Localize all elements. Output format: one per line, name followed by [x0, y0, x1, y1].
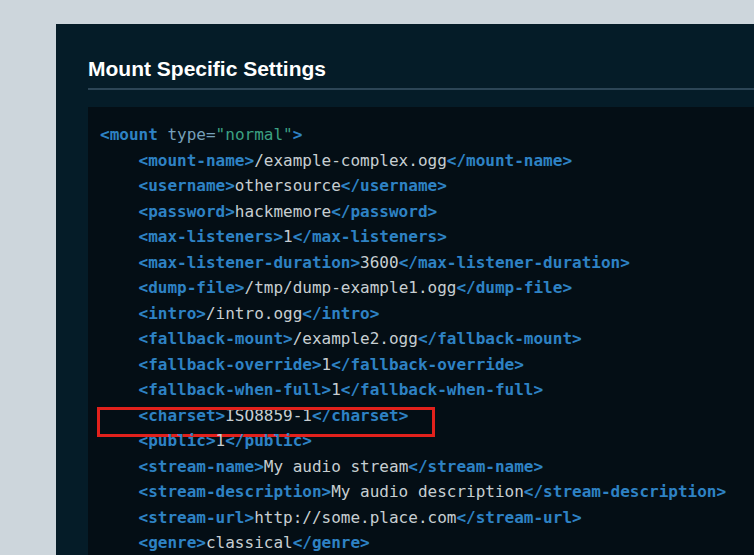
code-token-attr: type=: [167, 125, 215, 144]
code-token-plain: [158, 125, 168, 144]
code-token-plain: My audio stream: [264, 457, 409, 476]
code-token-tag: <genre>: [139, 533, 206, 552]
code-token-tag: </password>: [331, 202, 437, 221]
code-token-tag: </username>: [341, 176, 447, 195]
code-token-tag: <max-listeners>: [139, 227, 284, 246]
code-token-tag: </fallback-mount>: [418, 329, 582, 348]
code-token-plain: My audio description: [331, 482, 524, 501]
code-block: <mount type="normal"> <mount-name>/examp…: [88, 107, 754, 555]
code-token-tag: </public>: [225, 431, 312, 450]
code-line: <max-listener-duration>3600</max-listene…: [100, 250, 742, 276]
code-line: <password>hackmemore</password>: [100, 199, 742, 225]
code-token-tag: <stream-description>: [139, 482, 332, 501]
heading-divider: [88, 88, 754, 90]
code-line: <mount-name>/example-complex.ogg</mount-…: [100, 148, 742, 174]
code-line: <stream-name>My audio stream</stream-nam…: [100, 454, 742, 480]
code-token-tag: </genre>: [293, 533, 370, 552]
code-token-tag: <mount-name>: [139, 151, 255, 170]
code-token-tag: <fallback-mount>: [139, 329, 293, 348]
code-token-tag: <intro>: [139, 304, 206, 323]
code-token-tag: <dump-file>: [139, 278, 245, 297]
code-line: <charset>ISO8859-1</charset>: [100, 403, 742, 429]
code-token-tag: </stream-description>: [524, 482, 726, 501]
code-token-plain: 1: [216, 431, 226, 450]
code-line: <stream-url>http://some.place.com</strea…: [100, 505, 742, 531]
code-token-tag: </charset>: [312, 406, 408, 425]
page-title: Mount Specific Settings: [88, 56, 754, 82]
code-token-plain: http://some.place.com: [254, 508, 456, 527]
code-token-plain: hackmemore: [235, 202, 331, 221]
code-line: <genre>classical</genre>: [100, 530, 742, 555]
code-line: <fallback-when-full>1</fallback-when-ful…: [100, 377, 742, 403]
code-token-tag: <fallback-override>: [139, 355, 322, 374]
code-token-tag: <charset>: [139, 406, 226, 425]
code-token-plain: 1: [331, 380, 341, 399]
code-token-tag: </max-listener-duration>: [399, 253, 630, 272]
code-token-plain: classical: [206, 533, 293, 552]
code-token-tag: <stream-name>: [139, 457, 264, 476]
code-line: <intro>/intro.ogg</intro>: [100, 301, 742, 327]
code-token-tag: </dump-file>: [456, 278, 572, 297]
code-token-tag: <fallback-when-full>: [139, 380, 332, 399]
code-token-plain: /example-complex.ogg: [254, 151, 447, 170]
code-line: <max-listeners>1</max-listeners>: [100, 224, 742, 250]
code-token-tag: <mount: [100, 125, 158, 144]
code-token-plain: /example2.ogg: [293, 329, 418, 348]
code-line: <fallback-override>1</fallback-override>: [100, 352, 742, 378]
code-line: <mount type="normal">: [100, 122, 742, 148]
code-line: <dump-file>/tmp/dump-example1.ogg</dump-…: [100, 275, 742, 301]
code-token-tag: </mount-name>: [447, 151, 572, 170]
code-token-tag: <max-listener-duration>: [139, 253, 361, 272]
code-token-plain: othersource: [235, 176, 341, 195]
code-token-tag: </stream-url>: [456, 508, 581, 527]
docs-content-panel: Mount Specific Settings <mount type="nor…: [56, 24, 754, 555]
code-token-tag: </stream-name>: [408, 457, 543, 476]
code-token-plain: /intro.ogg: [206, 304, 302, 323]
code-token-tag: </max-listeners>: [293, 227, 447, 246]
code-token-plain: 3600: [360, 253, 399, 272]
code-line: <public>1</public>: [100, 428, 742, 454]
code-token-tag: </fallback-override>: [331, 355, 524, 374]
code-token-str: "normal": [216, 125, 293, 144]
code-line: <username>othersource</username>: [100, 173, 742, 199]
code-line: <fallback-mount>/example2.ogg</fallback-…: [100, 326, 742, 352]
code-token-plain: ISO8859-1: [225, 406, 312, 425]
code-token-plain: 1: [283, 227, 293, 246]
code-token-tag: <public>: [139, 431, 216, 450]
code-token-tag: <password>: [139, 202, 235, 221]
code-token-tag: <username>: [139, 176, 235, 195]
code-token-tag: </intro>: [302, 304, 379, 323]
code-token-tag: <stream-url>: [139, 508, 255, 527]
code-token-plain: /tmp/dump-example1.ogg: [245, 278, 457, 297]
code-token-plain: 1: [322, 355, 332, 374]
code-line: <stream-description>My audio description…: [100, 479, 742, 505]
code-token-tag: </fallback-when-full>: [341, 380, 543, 399]
code-token-tag: >: [293, 125, 303, 144]
